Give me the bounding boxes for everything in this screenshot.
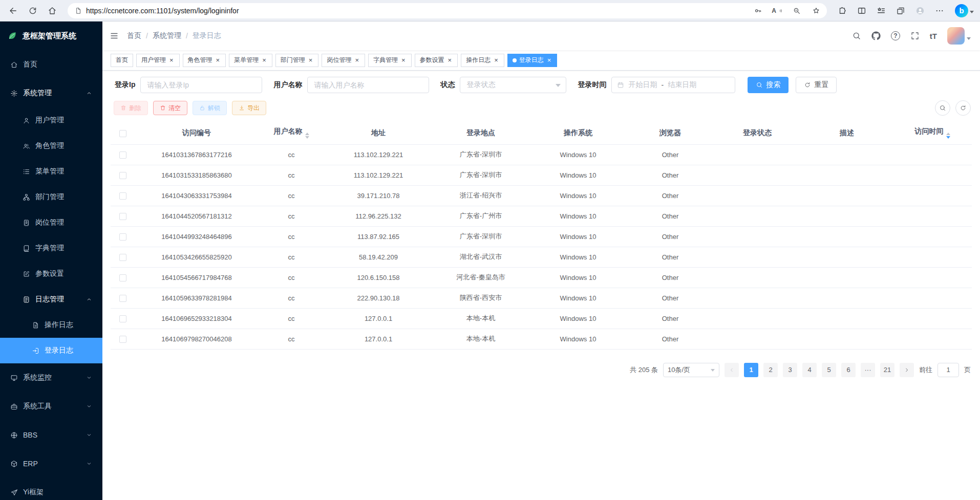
font-size-button[interactable]: tT [930,32,937,40]
sidebar-item-post-mgmt[interactable]: 岗位管理 [0,210,102,235]
header-search-button[interactable] [852,31,861,40]
toggle-search-button[interactable] [935,100,950,116]
close-icon[interactable]: × [546,56,552,64]
page-button-4[interactable]: 4 [802,363,817,377]
close-icon[interactable]: × [215,56,221,64]
sidebar-item-log-mgmt[interactable]: 日志管理 [0,287,102,312]
sidebar-item-dict-mgmt[interactable]: 字典管理 [0,235,102,261]
sidebar-item-system-tools[interactable]: 系统工具 [0,392,102,421]
tab-user-mgmt[interactable]: 用户管理× [136,54,180,67]
column-username[interactable]: 用户名称 [258,122,325,144]
table-row[interactable]: 1641044993248464896 cc 113.87.92.165 广东省… [111,226,972,247]
tab-operation-log[interactable]: 操作日志× [461,54,504,67]
sidebar-item-system-mgmt[interactable]: 系统管理 [0,79,102,107]
close-icon[interactable]: × [168,56,175,64]
table-row[interactable]: 1641053426655825920 cc 58.19.42.209 湖北省-… [111,247,972,267]
table-row[interactable]: 1641069652933218304 cc 127.0.0.1 本地-本机 W… [111,308,972,329]
search-button[interactable]: 搜索 [748,77,789,93]
sort-icon[interactable] [946,133,950,139]
help-button[interactable]: ? [891,31,900,40]
app-logo[interactable]: 意框架管理系统 [0,21,102,50]
tab-param-settings[interactable]: 参数设置× [415,54,458,67]
fullscreen-button[interactable] [910,31,920,40]
read-aloud-icon[interactable]: A [770,4,785,17]
page-button-21[interactable]: 21 [880,363,894,377]
tab-post-mgmt[interactable]: 岗位管理× [322,54,365,67]
export-button[interactable]: 导出 [232,101,266,115]
avatar[interactable] [947,27,965,45]
sidebar-item-param-settings[interactable]: 参数设置 [0,261,102,287]
clear-button[interactable]: 清空 [153,101,187,115]
row-checkbox[interactable] [119,336,126,343]
breadcrumb-home[interactable]: 首页 [127,31,141,40]
prev-page-button[interactable] [725,363,739,377]
breadcrumb-system-mgmt[interactable]: 系统管理 [153,31,181,40]
sidebar-item-home[interactable]: 首页 [0,50,102,79]
page-button-5[interactable]: 5 [822,363,836,377]
favorites-icon[interactable] [872,3,890,19]
sidebar-item-login-log[interactable]: 登录日志 [0,338,102,363]
sidebar-item-bbs[interactable]: BBS [0,421,102,449]
page-size-select[interactable]: 10条/页 [663,363,719,377]
select-all-checkbox[interactable] [119,130,126,137]
collections-icon[interactable] [891,3,910,19]
address-bar[interactable]: https://ccnetcore.com:1101/system/log/lo… [68,3,827,18]
close-icon[interactable]: × [447,56,453,64]
zoom-icon[interactable] [789,4,804,17]
bing-chat-button[interactable]: b [955,4,974,17]
login-ip-input[interactable] [140,77,262,93]
close-icon[interactable]: × [308,56,314,64]
split-screen-icon[interactable] [853,3,871,19]
favorite-star-icon[interactable] [808,4,824,17]
sort-icon[interactable] [305,133,309,139]
close-icon[interactable]: × [400,56,407,64]
page-button-1[interactable]: 1 [744,363,758,377]
unlock-button[interactable]: 解锁 [193,101,227,115]
next-page-button[interactable] [900,363,914,377]
table-row[interactable]: 1641059633978281984 cc 222.90.130.18 陕西省… [111,288,972,308]
table-row[interactable]: 1641044520567181312 cc 112.96.225.132 广东… [111,206,972,226]
column-visit-time[interactable]: 访问时间 [893,122,972,144]
row-checkbox[interactable] [119,233,126,241]
close-icon[interactable]: × [261,56,267,64]
browser-profile-avatar[interactable] [911,3,929,19]
tab-login-log[interactable]: 登录日志× [507,54,558,67]
user-menu[interactable] [947,27,971,45]
close-icon[interactable]: × [354,56,360,64]
tab-dept-mgmt[interactable]: 部门管理× [275,54,319,67]
page-button-6[interactable]: 6 [841,363,856,377]
browser-back-button[interactable] [4,3,23,19]
sidebar-item-user-mgmt[interactable]: 用户管理 [0,107,102,133]
tab-home[interactable]: 首页 [111,54,133,67]
table-row[interactable]: 1641043063331753984 cc 39.171.210.78 浙江省… [111,185,972,206]
extensions-icon[interactable] [833,3,851,19]
tab-dict-mgmt[interactable]: 字典管理× [368,54,412,67]
delete-button[interactable]: 删除 [114,101,148,115]
reset-button[interactable]: 重置 [796,77,837,93]
sidebar-item-system-monitor[interactable]: 系统监控 [0,363,102,392]
row-checkbox[interactable] [119,192,126,200]
goto-page-input[interactable] [938,363,959,377]
date-range-picker[interactable]: 开始日期 - 结束日期 [611,77,735,93]
username-input[interactable] [307,77,429,93]
table-row[interactable]: 1641031533185863680 cc 113.102.129.221 广… [111,165,972,185]
sidebar-item-yi-framework[interactable]: Yi框架 [0,478,102,500]
browser-menu-icon[interactable] [930,3,949,19]
row-checkbox[interactable] [119,151,126,159]
sidebar-item-dept-mgmt[interactable]: 部门管理 [0,184,102,210]
tab-role-mgmt[interactable]: 角色管理× [183,54,226,67]
close-icon[interactable]: × [493,56,499,64]
end-date-placeholder[interactable]: 结束日期 [668,80,696,90]
row-checkbox[interactable] [119,295,126,302]
url-text[interactable]: https://ccnetcore.com:1101/system/log/lo… [86,7,746,15]
page-ellipsis[interactable]: ··· [861,363,875,377]
start-date-placeholder[interactable]: 开始日期 [628,80,657,90]
tab-menu-mgmt[interactable]: 菜单管理× [229,54,272,67]
table-row[interactable]: 1641054566717984768 cc 120.6.150.158 河北省… [111,267,972,288]
refresh-table-button[interactable] [955,100,971,116]
sidebar-item-erp[interactable]: ERP [0,449,102,478]
table-row[interactable]: 1641069798270046208 cc 127.0.0.1 本地-本机 W… [111,329,972,349]
github-button[interactable] [871,31,881,40]
row-checkbox[interactable] [119,213,126,220]
page-button-3[interactable]: 3 [783,363,797,377]
